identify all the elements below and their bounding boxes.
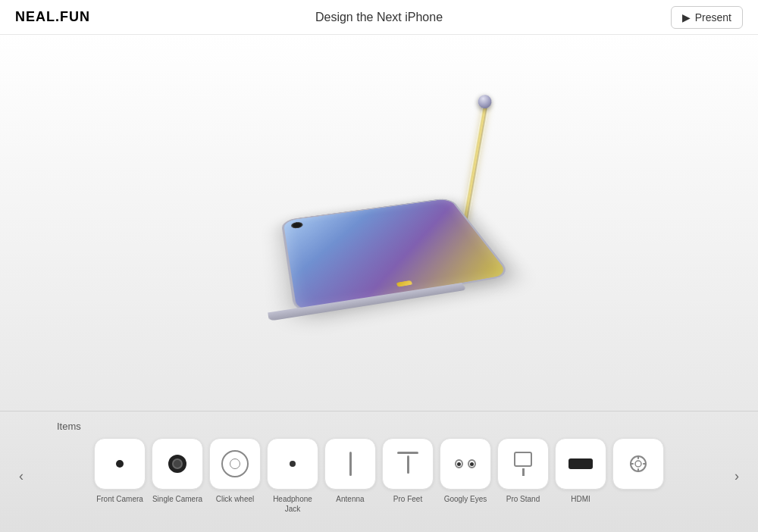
- bottom-toolbar: Items ‹ Front Camera Single Camera: [0, 411, 758, 532]
- item-icon-box-front-camera[interactable]: [94, 438, 146, 490]
- googly-eye-right: [468, 459, 476, 468]
- item-googly-eyes[interactable]: Googly Eyes: [440, 438, 491, 514]
- item-hdmi[interactable]: HDMI: [555, 438, 606, 514]
- item-icon-box-pro-feet[interactable]: [382, 438, 434, 490]
- front-camera-icon: [116, 460, 124, 468]
- item-last[interactable]: [612, 438, 664, 514]
- item-icon-box-hdmi[interactable]: [555, 438, 606, 490]
- item-label-pro-feet: Pro Feet: [393, 494, 422, 504]
- pro-stand-icon: [511, 452, 535, 476]
- nav-left-button[interactable]: ‹: [8, 462, 35, 490]
- item-pro-stand[interactable]: Pro Stand: [497, 438, 549, 514]
- antenna-rod: [462, 102, 490, 223]
- googly-eye-left: [455, 459, 463, 468]
- item-single-camera[interactable]: Single Camera: [152, 438, 203, 514]
- item-label-antenna: Antenna: [336, 494, 364, 504]
- items-row: ‹ Front Camera Single Camera: [0, 438, 758, 514]
- canvas-area[interactable]: [0, 35, 758, 411]
- items-label: Items: [0, 412, 758, 438]
- header: NEAL.FUN Design the Next iPhone ▶ Presen…: [0, 0, 758, 35]
- item-headphone-jack[interactable]: Headphone Jack: [267, 438, 318, 514]
- antenna-icon: [349, 452, 352, 476]
- play-icon: ▶: [682, 11, 691, 23]
- items-list: Front Camera Single Camera Click wheel: [35, 438, 723, 514]
- nav-right-button[interactable]: ›: [723, 462, 750, 490]
- googly-pupil-right: [470, 462, 474, 466]
- phone-scene: [227, 79, 531, 367]
- antenna-ball: [477, 94, 493, 110]
- item-label-front-camera: Front Camera: [96, 494, 143, 504]
- item-icon-box-click-wheel[interactable]: [209, 438, 261, 490]
- item-label-hdmi: HDMI: [571, 494, 590, 504]
- present-label: Present: [695, 11, 731, 23]
- click-wheel-icon: [221, 450, 249, 477]
- item-icon-box-googly-eyes[interactable]: [440, 438, 491, 490]
- googly-pupil-left: [457, 462, 461, 466]
- svg-point-1: [635, 461, 641, 467]
- item-label-googly-eyes: Googly Eyes: [444, 494, 487, 504]
- item-label-single-camera: Single Camera: [152, 494, 202, 504]
- item-icon-box-antenna[interactable]: [324, 438, 376, 490]
- item-front-camera[interactable]: Front Camera: [94, 438, 146, 514]
- item-icon-box-single-camera[interactable]: [152, 438, 203, 490]
- single-camera-icon: [168, 455, 186, 473]
- logo[interactable]: NEAL.FUN: [15, 9, 90, 25]
- googly-eyes-icon: [455, 458, 476, 469]
- item-antenna[interactable]: Antenna: [324, 438, 376, 514]
- item-label-pro-stand: Pro Stand: [506, 494, 540, 504]
- hdmi-icon: [568, 458, 593, 469]
- pro-feet-icon: [397, 452, 418, 476]
- item-icon-box-headphone-jack[interactable]: [267, 438, 318, 490]
- item-label-headphone-jack: Headphone Jack: [267, 494, 318, 514]
- item-click-wheel[interactable]: Click wheel: [209, 438, 261, 514]
- item-icon-box-pro-stand[interactable]: [497, 438, 549, 490]
- item-pro-feet[interactable]: Pro Feet: [382, 438, 434, 514]
- gear-icon: [628, 453, 649, 474]
- page-title: Design the Next iPhone: [315, 11, 443, 24]
- item-icon-box-last[interactable]: [612, 438, 664, 490]
- present-button[interactable]: ▶ Present: [671, 6, 743, 29]
- headphone-jack-icon: [290, 461, 296, 467]
- item-label-click-wheel: Click wheel: [216, 494, 255, 504]
